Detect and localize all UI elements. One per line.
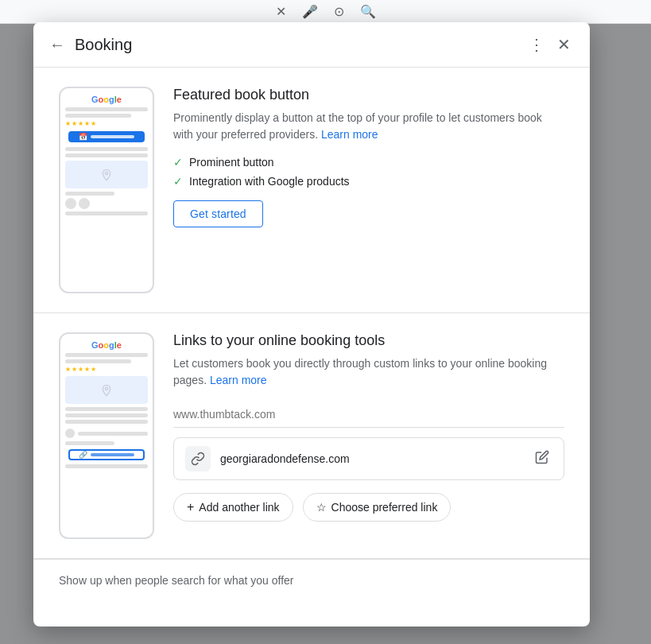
phone-mockup-featured: Google ★ ★ ★ ★ ★ 📅 [59, 87, 154, 293]
check-icon: ✓ [173, 156, 183, 169]
links-learn-more-link[interactable]: Learn more [210, 374, 267, 386]
phone-small-icons [65, 198, 148, 209]
phone-map-2 [65, 376, 148, 404]
modal-body[interactable]: Google ★ ★ ★ ★ ★ 📅 [33, 68, 590, 627]
bottom-hint-text: Show up when people search for what you … [59, 574, 293, 587]
search-icon: 🔍 [360, 4, 376, 19]
add-link-button[interactable]: + Add another link [173, 493, 293, 522]
feature-label: Integration with Google products [189, 175, 350, 188]
url-input[interactable] [173, 402, 564, 428]
phone-stars: ★ ★ ★ ★ ★ [65, 120, 148, 127]
modal-header: ← Booking ⋮ ✕ [33, 22, 590, 68]
featured-learn-more-link[interactable]: Learn more [321, 128, 378, 141]
add-link-label: Add another link [199, 501, 279, 514]
phone-link-btn: 🔗 [68, 449, 145, 460]
top-bar: ✕ 🎤 ⊙ 🔍 [0, 0, 651, 24]
google-logo-2: Google [65, 340, 148, 350]
back-button[interactable]: ← [46, 33, 68, 57]
star-icon: ☆ [316, 501, 327, 514]
phone-bottom [65, 147, 148, 215]
close-icon: ✕ [276, 4, 286, 19]
links-booking-section: Google ★ ★ ★ ★ ★ [33, 313, 590, 559]
lens-icon: ⊙ [334, 4, 344, 19]
booking-modal: ← Booking ⋮ ✕ Google ★ ★ ★ ★ [33, 22, 590, 627]
get-started-button[interactable]: Get started [173, 200, 263, 227]
choose-preferred-button[interactable]: ☆ Choose preferred link [303, 493, 451, 522]
links-title: Links to your online booking tools [173, 332, 564, 349]
phone-line [65, 464, 148, 468]
links-section-content: Links to your online booking tools Let c… [173, 332, 564, 522]
phone-line [65, 359, 131, 363]
links-description: Let customers book you directly through … [173, 355, 564, 389]
link-url-text: georgiaradondefense.com [220, 452, 522, 465]
action-buttons: + Add another link ☆ Choose preferred li… [173, 493, 564, 522]
phone-mockup-links: Google ★ ★ ★ ★ ★ [59, 332, 154, 539]
feature-item: ✓ Integration with Google products [173, 175, 564, 188]
phone-line [65, 153, 148, 157]
phone-line [65, 420, 148, 424]
url-input-row [173, 402, 564, 428]
phone-bottom-2: 🔗 [65, 429, 148, 468]
close-button[interactable]: ✕ [551, 32, 577, 57]
btn-line [91, 135, 134, 138]
feature-list: ✓ Prominent button ✓ Integration with Go… [173, 156, 564, 188]
btn-line-blue [91, 453, 134, 456]
phone-map [65, 161, 148, 188]
modal-title: Booking [75, 36, 522, 54]
phone-line [65, 211, 148, 215]
feature-item: ✓ Prominent button [173, 156, 564, 169]
link-item-row: georgiaradondefense.com [173, 437, 564, 480]
phone-stars-2: ★ ★ ★ ★ ★ [65, 366, 148, 373]
feature-label: Prominent button [189, 156, 274, 169]
calendar-icon: 📅 [79, 133, 87, 141]
mic-icon: 🎤 [302, 4, 318, 19]
phone-line [65, 114, 131, 118]
phone-line [65, 441, 114, 445]
phone-line [65, 147, 148, 151]
featured-book-section: Google ★ ★ ★ ★ ★ 📅 [33, 68, 590, 313]
bottom-hint: Show up when people search for what you … [33, 559, 590, 602]
plus-icon: + [187, 500, 194, 514]
featured-description: Prominently display a button at the top … [173, 110, 564, 143]
link-icon-box [185, 446, 211, 471]
phone-line [65, 353, 148, 357]
back-arrow-icon: ← [49, 36, 65, 54]
link-icon: 🔗 [79, 451, 87, 459]
more-button[interactable]: ⋮ [522, 32, 551, 57]
featured-section-content: Featured book button Prominently display… [173, 87, 564, 227]
close-icon: ✕ [557, 35, 571, 54]
google-logo: Google [65, 95, 148, 104]
choose-preferred-label: Choose preferred link [331, 501, 438, 514]
more-icon: ⋮ [529, 35, 544, 54]
phone-line [65, 407, 148, 411]
featured-title: Featured book button [173, 87, 564, 103]
phone-line [65, 192, 114, 196]
check-icon: ✓ [173, 175, 183, 188]
phone-booking-btn: 📅 [68, 131, 145, 142]
edit-link-button[interactable] [532, 447, 552, 471]
phone-line [65, 107, 148, 111]
phone-line [65, 413, 148, 417]
